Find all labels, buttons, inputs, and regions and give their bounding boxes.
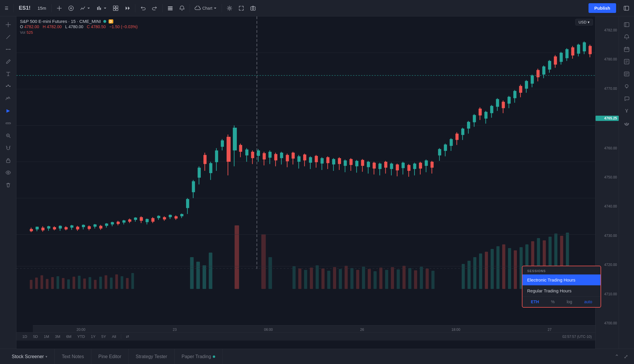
svg-rect-6 — [113, 9, 115, 11]
svg-rect-293 — [577, 45, 580, 54]
svg-rect-58 — [333, 267, 336, 289]
symbol-selector[interactable]: ES1! — [16, 3, 33, 13]
svg-rect-69 — [397, 269, 400, 289]
trash-tool[interactable] — [2, 179, 14, 191]
svg-rect-140 — [134, 218, 137, 220]
svg-rect-85 — [514, 250, 517, 289]
ideas-icon[interactable] — [621, 80, 633, 92]
svg-rect-118 — [70, 225, 74, 228]
tab-text-notes[interactable]: Text Notes — [55, 349, 91, 364]
crosshair-tool[interactable] — [2, 19, 14, 31]
undo-btn[interactable] — [138, 4, 148, 13]
lock-tool[interactable] — [2, 154, 14, 166]
svg-rect-128 — [99, 226, 102, 228]
tf-ytd[interactable]: YTD — [75, 334, 87, 339]
data-icon[interactable] — [621, 56, 633, 68]
price-4700: 4700.00 — [596, 321, 619, 325]
sessions-footer-pct[interactable]: % — [551, 299, 554, 304]
line-tool[interactable] — [2, 31, 14, 43]
svg-point-303 — [625, 85, 628, 87]
svg-rect-239 — [419, 163, 422, 168]
svg-rect-225 — [378, 164, 382, 169]
tf-1d[interactable]: 1D — [20, 334, 30, 339]
svg-rect-39 — [110, 278, 113, 289]
separator-1 — [13, 4, 14, 12]
compare-btn[interactable] — [54, 4, 65, 13]
tab-pine-editor[interactable]: Pine Editor — [91, 349, 129, 364]
price-4780: 4780.00 — [596, 57, 619, 61]
watchlist-icon[interactable] — [621, 19, 633, 31]
arrow-tool[interactable] — [2, 105, 14, 117]
svg-rect-130 — [105, 223, 108, 226]
fullscreen-btn[interactable] — [236, 4, 247, 13]
elliott-tool[interactable] — [2, 93, 14, 105]
calendar-icon[interactable] — [621, 43, 633, 55]
zoom-tool[interactable] — [2, 130, 14, 141]
svg-rect-168 — [215, 150, 218, 162]
multi-chart-btn[interactable] — [110, 4, 121, 13]
timeframe-selector[interactable]: 15m — [35, 4, 49, 12]
expand-btn[interactable]: ⤢ — [623, 352, 629, 361]
tab-paper-trading[interactable]: Paper Trading — [175, 349, 223, 364]
svg-rect-245 — [438, 149, 441, 156]
svg-rect-217 — [355, 161, 358, 166]
sessions-item-eth[interactable]: Electronic Trading Hours — [522, 274, 601, 285]
indicator-btn[interactable] — [77, 4, 93, 13]
tf-5y[interactable]: 5Y — [99, 334, 108, 339]
tf-all[interactable]: All — [109, 334, 118, 339]
news-icon[interactable] — [621, 68, 633, 80]
svg-rect-62 — [356, 270, 359, 289]
tf-3m[interactable]: 3M — [53, 334, 63, 339]
pattern-tool[interactable] — [2, 80, 14, 92]
svg-rect-166 — [209, 163, 213, 173]
watchlist-btn[interactable] — [165, 4, 176, 13]
svg-rect-14 — [624, 6, 629, 10]
broadcast-icon[interactable] — [621, 117, 633, 129]
watchlist-side-btn[interactable] — [621, 4, 632, 13]
chart-menu-btn[interactable]: Chart — [192, 4, 219, 12]
chart-type-btn[interactable] — [94, 4, 109, 13]
hamburger-menu[interactable]: ☰ — [2, 4, 11, 12]
tab-stock-screener[interactable]: Stock Screener ▾ — [5, 349, 55, 364]
svg-rect-291 — [571, 47, 574, 55]
collapse-btn[interactable]: ⌃ — [613, 352, 620, 361]
screenshot-btn[interactable] — [248, 4, 258, 13]
svg-rect-104 — [30, 229, 33, 231]
sessions-footer-auto[interactable]: auto — [584, 299, 592, 304]
currency-selector[interactable]: USD ▾ — [575, 19, 593, 26]
svg-rect-60 — [345, 266, 348, 289]
tab-strategy-tester[interactable]: Strategy Tester — [129, 349, 174, 364]
svg-rect-28 — [51, 277, 54, 289]
publish-btn[interactable]: Publish — [589, 3, 616, 13]
magnet-tool[interactable] — [2, 142, 14, 154]
tf-1y[interactable]: 1Y — [88, 334, 98, 339]
redo-btn[interactable] — [149, 4, 160, 13]
chat-icon[interactable] — [621, 93, 633, 105]
svg-rect-26 — [41, 275, 43, 289]
pencil-tool[interactable] — [2, 56, 14, 68]
hline-tool[interactable] — [2, 43, 14, 55]
text-tool[interactable] — [2, 68, 14, 80]
sessions-footer-log[interactable]: log — [567, 299, 572, 304]
status-dot — [103, 20, 106, 23]
ruler-tool[interactable] — [2, 117, 14, 129]
svg-rect-267 — [502, 102, 505, 108]
tf-1m[interactable]: 1M — [41, 334, 51, 339]
eye-tool[interactable] — [2, 167, 14, 178]
signal-icon[interactable] — [621, 105, 633, 117]
svg-rect-259 — [479, 109, 482, 115]
svg-rect-251 — [456, 134, 459, 140]
svg-rect-249 — [450, 139, 453, 146]
replay-btn[interactable] — [122, 4, 133, 13]
tf-6m[interactable]: 6M — [64, 334, 74, 339]
svg-rect-116 — [65, 227, 68, 230]
chart-info: S&P 500 E-mini Futures · 15 · CME_MINI D… — [20, 19, 138, 35]
sessions-item-rth[interactable]: Regular Trading Hours — [522, 285, 601, 296]
alert-icon[interactable] — [621, 31, 633, 43]
add-indicator-btn[interactable] — [66, 4, 76, 13]
compare-chart-btn[interactable]: ⇄ — [124, 334, 131, 339]
alert-btn[interactable] — [177, 4, 187, 13]
sessions-footer-eth[interactable]: ETH — [531, 299, 539, 304]
tf-5d[interactable]: 5D — [31, 334, 41, 339]
settings-btn[interactable] — [224, 4, 235, 13]
